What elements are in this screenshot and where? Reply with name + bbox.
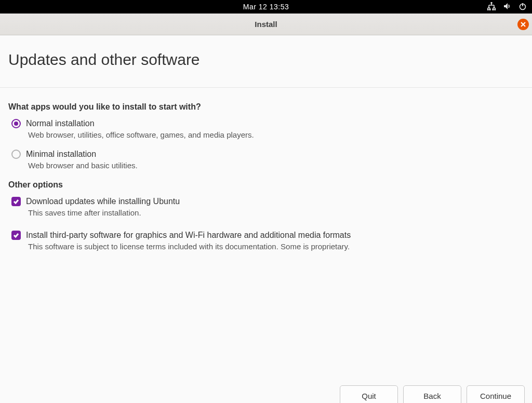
checkbox-icon [11, 197, 21, 206]
close-icon [521, 20, 526, 29]
page-title: Updates and other software [8, 51, 524, 69]
radio-normal-installation[interactable]: Normal installation [11, 119, 524, 128]
radio-label: Minimal installation [26, 150, 96, 159]
quit-button[interactable]: Quit [340, 385, 398, 403]
window-titlebar: Install [0, 14, 532, 35]
system-tray [487, 2, 527, 12]
wizard-buttons: Quit Back Continue [340, 385, 525, 403]
other-options-heading: Other options [8, 180, 524, 190]
radio-icon [11, 150, 21, 159]
radio-minimal-installation[interactable]: Minimal installation [11, 150, 524, 159]
normal-installation-desc: Web browser, utilities, office software,… [28, 130, 524, 139]
window-title: Install [255, 20, 277, 29]
datetime-label: Mar 12 13:53 [243, 3, 289, 11]
installer-content: Updates and other software What apps wou… [0, 51, 532, 251]
checkbox-label: Install third-party software for graphic… [26, 231, 351, 240]
apps-heading: What apps would you like to install to s… [8, 102, 524, 112]
checkbox-label: Download updates while installing Ubuntu [26, 197, 180, 206]
svg-rect-2 [489, 9, 491, 10]
radio-icon [11, 119, 21, 128]
close-button[interactable] [517, 19, 529, 30]
radio-label: Normal installation [26, 119, 95, 128]
third-party-desc: This software is subject to license term… [28, 242, 524, 251]
svg-rect-1 [487, 9, 489, 10]
svg-rect-0 [491, 2, 493, 4]
svg-rect-3 [493, 9, 494, 10]
checkbox-download-updates[interactable]: Download updates while installing Ubuntu [11, 197, 524, 206]
divider [0, 87, 532, 88]
svg-rect-4 [495, 9, 496, 10]
checkbox-third-party[interactable]: Install third-party software for graphic… [11, 231, 524, 240]
download-updates-desc: This saves time after installation. [28, 208, 524, 217]
checkbox-icon [11, 231, 21, 240]
volume-icon[interactable] [503, 2, 511, 12]
network-icon[interactable] [487, 2, 496, 12]
back-button[interactable]: Back [403, 385, 461, 403]
power-icon[interactable] [518, 2, 527, 12]
gnome-top-bar: Mar 12 13:53 [0, 0, 532, 14]
minimal-installation-desc: Web browser and basic utilities. [28, 161, 524, 170]
continue-button[interactable]: Continue [467, 385, 525, 403]
